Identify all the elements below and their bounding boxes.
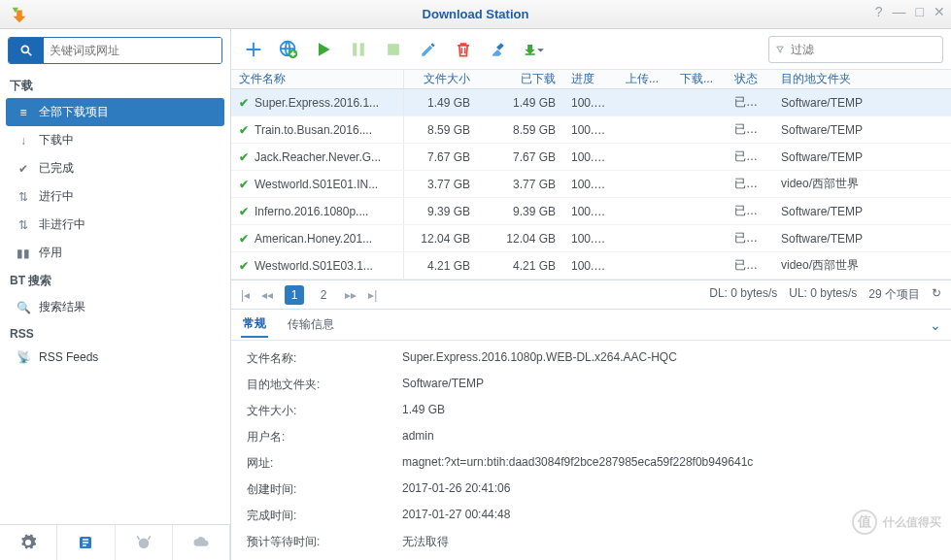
filter-box[interactable] (768, 36, 943, 63)
table-row[interactable]: ✔Train.to.Busan.2016....8.59 GB8.59 GB10… (231, 116, 951, 144)
last-page-button[interactable]: ▸| (368, 288, 377, 302)
col-upload[interactable]: 上传... (618, 71, 672, 87)
sidebar-item[interactable]: 📡RSS Feeds (0, 345, 230, 370)
cell-status: 已完成 (727, 176, 773, 192)
refresh-button[interactable]: ↻ (932, 286, 941, 303)
window-title: Download Station (0, 7, 951, 21)
cell-status: 已完成 (727, 230, 773, 247)
next-page-button[interactable]: ▸▸ (345, 288, 357, 302)
close-icon[interactable]: ✕ (934, 4, 945, 19)
value-done: 2017-01-27 00:44:48 (402, 508, 935, 524)
table-row[interactable]: ✔Super.Express.2016.1...1.49 GB1.49 GB10… (231, 89, 951, 116)
label-done: 完成时间: (247, 508, 402, 524)
sidebar-group: BT 搜索 (0, 267, 230, 293)
add-url-button[interactable] (274, 35, 303, 64)
check-icon: ✔ (239, 96, 249, 110)
page-2[interactable]: 2 (314, 285, 333, 305)
sidebar-item-label: 全部下载项目 (39, 104, 109, 120)
pause-icon: ▮▮ (16, 247, 31, 260)
cell-size: 8.59 GB (404, 123, 478, 137)
svg-point-3 (138, 539, 149, 549)
table-row[interactable]: ✔Westworld.S01E03.1...4.21 GB4.21 GB100.… (231, 252, 951, 280)
sidebar-item[interactable]: 🔍搜索结果 (0, 293, 230, 321)
col-status[interactable]: 状态 (727, 71, 773, 87)
cell-progress: 100.0% (563, 123, 618, 137)
cell-dest: video/西部世界 (773, 176, 951, 192)
search-bar[interactable] (8, 37, 222, 64)
filter-input[interactable] (791, 43, 936, 56)
pause-button[interactable] (344, 35, 373, 64)
tab-transfer[interactable]: 传输信息 (286, 313, 336, 337)
search-input[interactable] (44, 38, 221, 63)
cell-downloaded: 7.67 GB (478, 150, 563, 164)
table-row[interactable]: ✔American.Honey.201...12.04 GB12.04 GB10… (231, 225, 951, 252)
updown-x-icon: ⇅ (16, 218, 31, 232)
sidebar-item-label: 下载中 (39, 132, 74, 148)
col-dlspeed[interactable]: 下载... (672, 71, 727, 87)
cell-downloaded: 1.49 GB (478, 96, 563, 110)
minimize-icon[interactable]: — (893, 4, 906, 19)
cell-size: 9.39 GB (404, 205, 478, 218)
sidebar-group: RSS (0, 321, 230, 345)
first-page-button[interactable]: |◂ (241, 288, 250, 302)
table-row[interactable]: ✔Jack.Reacher.Never.G...7.67 GB7.67 GB10… (231, 144, 951, 171)
check-icon: ✔ (239, 232, 249, 246)
queue-button[interactable] (57, 525, 115, 560)
col-destination[interactable]: 目的地文件夹 (773, 71, 951, 87)
label-filename: 文件名称: (247, 350, 402, 367)
delete-button[interactable] (449, 35, 478, 64)
page-1[interactable]: 1 (285, 285, 304, 305)
cell-status: 已完成 (727, 257, 773, 274)
maximize-icon[interactable]: □ (916, 4, 924, 19)
edit-button[interactable] (414, 35, 443, 64)
add-button[interactable] (239, 35, 268, 64)
cell-downloaded: 3.77 GB (478, 178, 563, 191)
clear-button[interactable] (484, 35, 513, 64)
cell-status: 已完成 (727, 94, 773, 111)
collapse-icon[interactable]: ⌄ (930, 317, 941, 333)
table-row[interactable]: ✔Inferno.2016.1080p....9.39 GB9.39 GB100… (231, 198, 951, 225)
list-icon: ≡ (16, 106, 31, 119)
check-icon: ✔ (239, 205, 249, 218)
sidebar-item[interactable]: ≡全部下载项目 (6, 98, 224, 126)
label-user: 用户名: (247, 429, 402, 445)
emule-button[interactable] (116, 525, 173, 560)
cloud-button[interactable] (173, 525, 230, 560)
tab-general[interactable]: 常规 (241, 312, 268, 338)
col-downloaded[interactable]: 已下载 (478, 71, 563, 87)
settings-button[interactable] (0, 525, 57, 560)
svg-rect-8 (388, 44, 399, 55)
sidebar-item[interactable]: ↓下载中 (0, 126, 230, 154)
value-wait: 无法取得 (402, 534, 935, 550)
help-icon[interactable]: ? (875, 4, 883, 19)
col-name[interactable]: 文件名称 (231, 70, 404, 88)
cell-name: Westworld.S01E01.IN... (255, 178, 378, 191)
sidebar-item[interactable]: ✔已完成 (0, 154, 230, 182)
value-dest: Software/TEMP (402, 377, 935, 393)
cell-status: 已完成 (727, 203, 773, 219)
sidebar-item[interactable]: ⇅非进行中 (0, 211, 230, 239)
prev-page-button[interactable]: ◂◂ (261, 288, 273, 302)
value-url: magnet:?xt=urn:btih:daad3084f9f2bce28798… (402, 455, 935, 472)
item-count: 29 个项目 (868, 286, 920, 303)
table-row[interactable]: ✔Westworld.S01E01.IN...3.77 GB3.77 GB100… (231, 171, 951, 198)
cell-progress: 100.0% (563, 96, 618, 110)
value-size: 1.49 GB (402, 403, 935, 419)
cell-downloaded: 12.04 GB (478, 232, 563, 246)
label-url: 网址: (247, 455, 402, 472)
cell-downloaded: 9.39 GB (478, 205, 563, 218)
stop-button[interactable] (379, 35, 408, 64)
start-button[interactable] (309, 35, 338, 64)
sidebar-group: 下载 (0, 72, 230, 98)
sidebar-item[interactable]: ▮▮停用 (0, 239, 230, 267)
col-progress[interactable]: 进度 (563, 71, 618, 87)
cell-dest: Software/TEMP (773, 232, 951, 246)
check-icon: ✔ (239, 259, 249, 273)
cell-dest: Software/TEMP (773, 150, 951, 164)
svg-point-0 (21, 46, 28, 52)
action-menu-button[interactable] (519, 35, 548, 64)
col-size[interactable]: 文件大小 (404, 71, 478, 87)
sidebar-item-label: 非进行中 (39, 216, 85, 233)
search-icon[interactable] (9, 38, 44, 63)
sidebar-item[interactable]: ⇅进行中 (0, 182, 230, 211)
